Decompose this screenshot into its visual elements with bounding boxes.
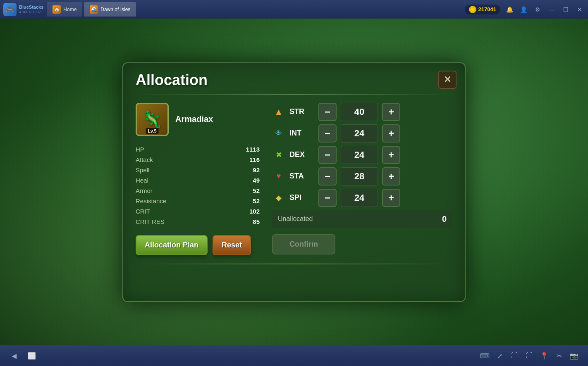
logo-icon: 🎮 bbox=[3, 3, 17, 16]
expand-icon[interactable]: ⛶ bbox=[509, 350, 520, 361]
right-panel: ▲ STR − 40 + 👁 INT − 24 + bbox=[272, 103, 452, 255]
character-header: 🦎 Lv.5 Armadiax bbox=[136, 103, 260, 136]
stat-row-critres: CRIT RES 85 bbox=[136, 216, 260, 227]
logo-text-group: BlueStacks 4.100.0.1032 bbox=[19, 5, 43, 14]
stat-label-crit: CRIT bbox=[136, 208, 150, 215]
tab-game-label: Dawn of Isles bbox=[100, 7, 130, 12]
bottombar: ◀ ⬜ ⌨ ⤢ ⛶ ⛶ 📍 ✂ 📷 bbox=[0, 345, 588, 366]
stat-row-spell: Spell 92 bbox=[136, 165, 260, 175]
taskbar: 🎮 BlueStacks 4.100.0.1032 🏠 Home 🌊 Dawn … bbox=[0, 0, 588, 19]
game-tab-icon: 🌊 bbox=[90, 5, 98, 14]
int-value: 24 bbox=[341, 124, 378, 143]
spi-minus-button[interactable]: − bbox=[318, 189, 337, 207]
tools-icon[interactable]: ✂ bbox=[553, 350, 565, 361]
dex-alloc-row: ✖ DEX − 24 + bbox=[272, 146, 452, 164]
unallocated-label: Unallocated bbox=[278, 215, 438, 223]
stat-value-spell: 92 bbox=[239, 166, 260, 173]
sta-alloc-row: ♥ STA − 28 + bbox=[272, 167, 452, 185]
keyboard-icon[interactable]: ⌨ bbox=[479, 350, 490, 361]
stat-label-hp: HP bbox=[136, 146, 144, 153]
tab-game[interactable]: 🌊 Dawn of Isles bbox=[84, 2, 136, 17]
avatar-level: Lv.5 bbox=[146, 128, 158, 134]
tab-home[interactable]: 🏠 Home bbox=[47, 2, 82, 17]
tab-home-label: Home bbox=[63, 7, 76, 12]
sta-label: STA bbox=[289, 172, 314, 181]
str-alloc-row: ▲ STR − 40 + bbox=[272, 103, 452, 121]
resize-icon[interactable]: ⤢ bbox=[494, 350, 505, 361]
stats-table: HP 1113 Attack 116 Spell 92 Heal bbox=[136, 144, 260, 227]
int-alloc-row: 👁 INT − 24 + bbox=[272, 124, 452, 143]
map-icon[interactable]: 📍 bbox=[538, 350, 550, 361]
dex-plus-button[interactable]: + bbox=[382, 146, 400, 164]
spi-label: SPI bbox=[289, 193, 314, 202]
content-area: ✕ Allocation 🦎 Lv.5 Armadiax bbox=[0, 19, 588, 345]
dex-value: 24 bbox=[341, 146, 378, 164]
profile-icon[interactable]: 👤 bbox=[519, 5, 528, 14]
stat-label-attack: Attack bbox=[136, 156, 153, 163]
character-avatar: 🦎 Lv.5 bbox=[136, 103, 169, 136]
dialog-title: Allocation bbox=[136, 71, 452, 89]
screenshot-icon[interactable]: 📷 bbox=[568, 350, 580, 361]
notification-icon[interactable]: 🔔 bbox=[504, 5, 514, 14]
dex-label: DEX bbox=[289, 150, 314, 159]
bottom-buttons: Allocation Plan Reset bbox=[136, 235, 260, 255]
allocation-dialog: ✕ Allocation 🦎 Lv.5 Armadiax bbox=[122, 62, 466, 302]
int-icon: 👁 bbox=[272, 127, 285, 140]
stat-value-attack: 116 bbox=[239, 156, 260, 163]
taskbar-right: ● 217041 🔔 👤 ⚙ — ❐ ✕ bbox=[465, 5, 585, 14]
spi-alloc-row: ◆ SPI − 24 + bbox=[272, 189, 452, 207]
sta-minus-button[interactable]: − bbox=[318, 167, 337, 185]
home-bottom-icon[interactable]: ⬜ bbox=[26, 350, 38, 361]
coin-amount: 217041 bbox=[478, 6, 496, 12]
str-plus-button[interactable]: + bbox=[382, 103, 400, 121]
left-panel: 🦎 Lv.5 Armadiax HP 1113 Attack bbox=[136, 103, 260, 255]
int-plus-button[interactable]: + bbox=[382, 124, 400, 143]
stat-value-armor: 52 bbox=[239, 187, 260, 194]
int-label: INT bbox=[289, 129, 314, 138]
str-label: STR bbox=[289, 107, 314, 116]
dex-minus-button[interactable]: − bbox=[318, 146, 337, 164]
close-window-button[interactable]: ✕ bbox=[575, 5, 585, 14]
settings-icon[interactable]: ⚙ bbox=[533, 5, 543, 14]
restore-button[interactable]: ❐ bbox=[561, 5, 571, 14]
stat-row-heal: Heal 49 bbox=[136, 175, 260, 185]
confirm-button[interactable]: Confirm bbox=[272, 234, 335, 254]
stat-row-attack: Attack 116 bbox=[136, 154, 260, 165]
dialog-body: 🦎 Lv.5 Armadiax HP 1113 Attack bbox=[136, 103, 452, 255]
bottom-divider bbox=[136, 264, 452, 264]
fullscreen-icon[interactable]: ⛶ bbox=[523, 350, 535, 361]
unallocated-row: Unallocated 0 bbox=[272, 210, 452, 228]
stat-label-critres: CRIT RES bbox=[136, 218, 165, 225]
reset-button[interactable]: Reset bbox=[213, 235, 251, 255]
str-minus-button[interactable]: − bbox=[318, 103, 337, 121]
sta-plus-button[interactable]: + bbox=[382, 167, 400, 185]
avatar-creature-icon: 🦎 bbox=[142, 109, 163, 129]
int-minus-button[interactable]: − bbox=[318, 124, 337, 143]
dex-icon: ✖ bbox=[272, 148, 285, 162]
app-version: 4.100.0.1032 bbox=[19, 10, 43, 14]
stat-value-critres: 85 bbox=[239, 218, 260, 225]
str-value: 40 bbox=[341, 103, 378, 121]
spi-plus-button[interactable]: + bbox=[382, 189, 400, 207]
back-icon[interactable]: ◀ bbox=[8, 350, 20, 361]
close-icon: ✕ bbox=[444, 74, 451, 85]
stat-row-armor: Armor 52 bbox=[136, 185, 260, 196]
minimize-button[interactable]: — bbox=[547, 5, 557, 14]
app-name: BlueStacks bbox=[19, 5, 43, 10]
spi-icon: ◆ bbox=[272, 191, 285, 204]
stat-value-heal: 49 bbox=[239, 177, 260, 184]
sta-icon: ♥ bbox=[272, 170, 285, 183]
stat-label-spell: Spell bbox=[136, 166, 149, 173]
coin-icon: ● bbox=[469, 6, 476, 13]
character-name: Armadiax bbox=[175, 114, 213, 124]
bluestacks-logo: 🎮 BlueStacks 4.100.0.1032 bbox=[3, 3, 43, 16]
bottom-nav-right: ⌨ ⤢ ⛶ ⛶ 📍 ✂ 📷 bbox=[479, 350, 580, 361]
dialog-overlay: ✕ Allocation 🦎 Lv.5 Armadiax bbox=[0, 19, 588, 345]
spi-value: 24 bbox=[341, 189, 378, 207]
allocation-plan-button[interactable]: Allocation Plan bbox=[136, 235, 208, 255]
dialog-divider bbox=[136, 94, 452, 95]
close-button[interactable]: ✕ bbox=[438, 71, 457, 89]
stat-label-resistance: Resistance bbox=[136, 197, 166, 204]
stat-value-resistance: 52 bbox=[239, 197, 260, 204]
str-icon: ▲ bbox=[272, 105, 285, 119]
